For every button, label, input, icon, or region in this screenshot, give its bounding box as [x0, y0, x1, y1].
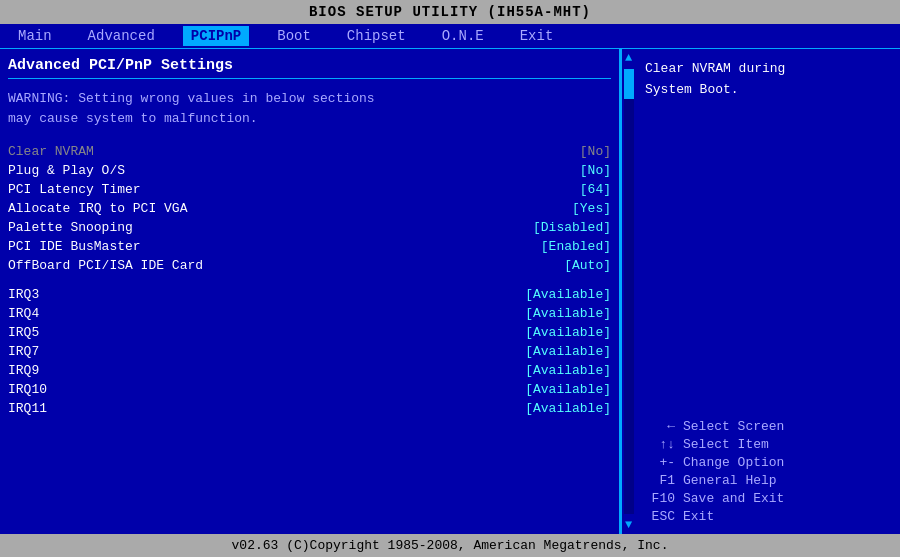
footer: v02.63 (C)Copyright 1985-2008, American … [0, 534, 900, 557]
setting-name: PCI Latency Timer [8, 182, 141, 197]
setting-name: Clear NVRAM [8, 144, 94, 159]
key-desc: Change Option [683, 455, 784, 470]
panel-title: Advanced PCI/PnP Settings [8, 57, 611, 79]
setting-name: Allocate IRQ to PCI VGA [8, 201, 187, 216]
irq-list: IRQ3[Available]IRQ4[Available]IRQ5[Avail… [8, 285, 611, 418]
key-code: F10 [645, 491, 675, 506]
key-code: ↑↓ [645, 437, 675, 452]
setting-row[interactable]: PCI IDE BusMaster[Enabled] [8, 237, 611, 256]
setting-value: [Auto] [564, 258, 611, 273]
footer-text: v02.63 (C)Copyright 1985-2008, American … [232, 538, 669, 553]
irq-row[interactable]: IRQ7[Available] [8, 342, 611, 361]
key-row: ←Select Screen [645, 419, 890, 434]
setting-value: [Yes] [572, 201, 611, 216]
title-text: BIOS SETUP UTILITY (IH55A-MHT) [309, 4, 591, 20]
irq-value: [Available] [525, 306, 611, 321]
irq-value: [Available] [525, 344, 611, 359]
key-row: ↑↓Select Item [645, 437, 890, 452]
key-desc: Save and Exit [683, 491, 784, 506]
irq-name: IRQ10 [8, 382, 47, 397]
setting-row[interactable]: PCI Latency Timer[64] [8, 180, 611, 199]
left-panel: Advanced PCI/PnP Settings WARNING: Setti… [0, 49, 621, 534]
setting-name: Plug & Play O/S [8, 163, 125, 178]
setting-row[interactable]: OffBoard PCI/ISA IDE Card[Auto] [8, 256, 611, 275]
setting-row[interactable]: Plug & Play O/S[No] [8, 161, 611, 180]
irq-name: IRQ4 [8, 306, 39, 321]
irq-row[interactable]: IRQ5[Available] [8, 323, 611, 342]
key-row: ESCExit [645, 509, 890, 524]
key-desc: Select Screen [683, 419, 784, 434]
settings-list: Clear NVRAM[No]Plug & Play O/S[No]PCI La… [8, 142, 611, 275]
key-desc: General Help [683, 473, 777, 488]
nav-item-main[interactable]: Main [10, 26, 60, 46]
irq-name: IRQ9 [8, 363, 39, 378]
key-desc: Exit [683, 509, 714, 524]
key-row: F10Save and Exit [645, 491, 890, 506]
key-code: +- [645, 455, 675, 470]
nav-item-o-n-e[interactable]: O.N.E [434, 26, 492, 46]
bios-container: BIOS SETUP UTILITY (IH55A-MHT) MainAdvan… [0, 0, 900, 557]
irq-value: [Available] [525, 401, 611, 416]
key-row: F1General Help [645, 473, 890, 488]
setting-value: [No] [580, 144, 611, 159]
key-row: +-Change Option [645, 455, 890, 470]
scroll-up-arrow[interactable]: ▲ [623, 49, 634, 67]
nav-item-pcipnp[interactable]: PCIPnP [183, 26, 249, 46]
key-desc: Select Item [683, 437, 769, 452]
scrollbar[interactable]: ▲ ▼ [621, 49, 635, 534]
key-code: F1 [645, 473, 675, 488]
key-legend: ←Select Screen↑↓Select Item+-Change Opti… [645, 419, 890, 524]
setting-name: OffBoard PCI/ISA IDE Card [8, 258, 203, 273]
nav-item-advanced[interactable]: Advanced [80, 26, 163, 46]
setting-row[interactable]: Palette Snooping[Disabled] [8, 218, 611, 237]
scroll-thumb [624, 69, 634, 99]
irq-value: [Available] [525, 382, 611, 397]
irq-name: IRQ11 [8, 401, 47, 416]
nav-item-chipset[interactable]: Chipset [339, 26, 414, 46]
nav-item-boot[interactable]: Boot [269, 26, 319, 46]
irq-row[interactable]: IRQ11[Available] [8, 399, 611, 418]
irq-name: IRQ7 [8, 344, 39, 359]
warning-text: WARNING: Setting wrong values in below s… [8, 89, 611, 128]
setting-name: Palette Snooping [8, 220, 133, 235]
irq-row[interactable]: IRQ9[Available] [8, 361, 611, 380]
help-text: Clear NVRAM duringSystem Boot. [645, 59, 890, 101]
setting-row[interactable]: Clear NVRAM[No] [8, 142, 611, 161]
setting-value: [Enabled] [541, 239, 611, 254]
irq-row[interactable]: IRQ3[Available] [8, 285, 611, 304]
setting-value: [64] [580, 182, 611, 197]
scroll-track [624, 69, 634, 514]
nav-menu: MainAdvancedPCIPnPBootChipsetO.N.EExit [0, 24, 900, 49]
key-code: ESC [645, 509, 675, 524]
right-panel: Clear NVRAM duringSystem Boot. ←Select S… [635, 49, 900, 534]
irq-row[interactable]: IRQ4[Available] [8, 304, 611, 323]
irq-value: [Available] [525, 325, 611, 340]
setting-value: [No] [580, 163, 611, 178]
setting-value: [Disabled] [533, 220, 611, 235]
title-bar: BIOS SETUP UTILITY (IH55A-MHT) [0, 0, 900, 24]
main-content: Advanced PCI/PnP Settings WARNING: Setti… [0, 49, 900, 534]
setting-name: PCI IDE BusMaster [8, 239, 141, 254]
irq-value: [Available] [525, 363, 611, 378]
irq-row[interactable]: IRQ10[Available] [8, 380, 611, 399]
key-code: ← [645, 419, 675, 434]
irq-name: IRQ5 [8, 325, 39, 340]
setting-row[interactable]: Allocate IRQ to PCI VGA[Yes] [8, 199, 611, 218]
irq-name: IRQ3 [8, 287, 39, 302]
scroll-down-arrow[interactable]: ▼ [623, 516, 634, 534]
irq-value: [Available] [525, 287, 611, 302]
nav-item-exit[interactable]: Exit [512, 26, 562, 46]
